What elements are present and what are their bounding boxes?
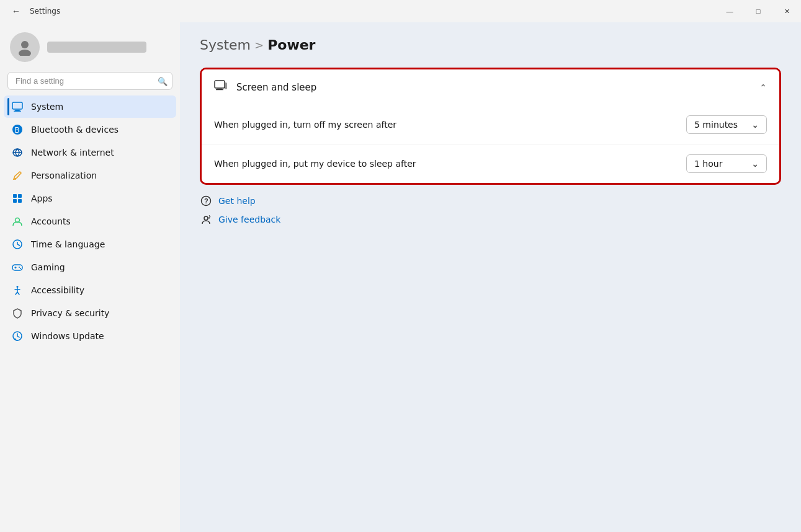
svg-point-29: [204, 216, 208, 220]
sleep-label: When plugged in, put my device to sleep …: [214, 159, 416, 169]
screen-off-dropdown[interactable]: 5 minutes ⌄: [686, 115, 767, 134]
sidebar-item-privacy[interactable]: Privacy & security: [4, 302, 176, 324]
sidebar-label-privacy: Privacy & security: [31, 308, 109, 318]
svg-point-20: [19, 267, 20, 268]
screen-sleep-title: Screen and sleep: [236, 82, 316, 93]
avatar: [10, 32, 40, 62]
sidebar-label-system: System: [31, 102, 63, 112]
sidebar-label-gaming: Gaming: [31, 262, 65, 272]
time-icon: [11, 238, 24, 250]
sidebar-label-accessibility: Accessibility: [31, 285, 84, 295]
gaming-icon: [11, 261, 24, 273]
svg-text:?: ?: [204, 197, 208, 205]
titlebar: ← Settings — □ ✕: [0, 0, 801, 22]
close-button[interactable]: ✕: [772, 0, 801, 22]
back-button[interactable]: ←: [7, 2, 25, 20]
get-help-link[interactable]: ? Get help: [200, 195, 781, 207]
sidebar-item-personalization[interactable]: Personalization: [4, 164, 176, 187]
network-icon: [11, 146, 24, 159]
sidebar-item-network[interactable]: Network & internet: [4, 141, 176, 164]
get-help-label: Get help: [218, 196, 256, 206]
svg-point-22: [17, 286, 19, 288]
sidebar-label-personalization: Personalization: [31, 171, 97, 180]
svg-point-21: [20, 268, 21, 269]
give-feedback-icon: [200, 213, 212, 226]
breadcrumb-parent[interactable]: System: [200, 37, 251, 53]
sidebar-item-gaming[interactable]: Gaming: [4, 256, 176, 278]
sidebar-item-bluetooth[interactable]: B Bluetooth & devices: [4, 118, 176, 141]
accounts-icon: [11, 215, 24, 228]
sidebar-item-time[interactable]: Time & language: [4, 233, 176, 255]
svg-text:B: B: [15, 126, 20, 135]
chevron-up-icon: ⌃: [759, 82, 767, 92]
give-feedback-link[interactable]: Give feedback: [200, 213, 781, 226]
main-content: System > Power Screen and slee: [180, 22, 801, 532]
search-box: 🔍: [7, 72, 172, 90]
sleep-value: 1 hour: [694, 159, 722, 169]
sidebar-label-bluetooth: Bluetooth & devices: [31, 125, 119, 135]
sidebar-item-accessibility[interactable]: Accessibility: [4, 279, 176, 301]
sidebar-label-apps: Apps: [31, 193, 53, 203]
svg-rect-17: [12, 265, 22, 270]
update-icon: [11, 330, 24, 342]
sidebar-item-apps[interactable]: Apps: [4, 187, 176, 210]
search-input[interactable]: [7, 72, 172, 90]
svg-point-0: [21, 41, 29, 48]
svg-rect-2: [12, 102, 22, 109]
bluetooth-icon: B: [11, 123, 24, 136]
get-help-icon: ?: [200, 195, 212, 207]
sidebar-label-time: Time & language: [31, 239, 105, 249]
search-icon: 🔍: [158, 76, 168, 86]
screen-off-row: When plugged in, turn off my screen afte…: [202, 105, 779, 144]
window-controls: — □ ✕: [715, 0, 801, 22]
sidebar-item-system[interactable]: System: [4, 95, 176, 118]
sleep-row: When plugged in, put my device to sleep …: [202, 144, 779, 183]
app-body: 🔍 System B: [0, 22, 801, 532]
breadcrumb-separator: >: [254, 38, 264, 51]
username-placeholder: [47, 42, 146, 53]
maximize-button[interactable]: □: [744, 0, 772, 22]
help-section: ? Get help Give feedback: [200, 195, 781, 226]
svg-rect-12: [18, 199, 22, 203]
breadcrumb: System > Power: [200, 37, 781, 53]
screen-off-label: When plugged in, turn off my screen afte…: [214, 120, 396, 130]
sidebar-label-network: Network & internet: [31, 148, 114, 157]
sidebar-item-accounts[interactable]: Accounts: [4, 210, 176, 233]
user-section: [0, 27, 180, 69]
breadcrumb-current: Power: [267, 37, 315, 53]
personalization-icon: [11, 169, 24, 182]
give-feedback-label: Give feedback: [218, 215, 280, 224]
svg-rect-24: [215, 81, 225, 88]
svg-rect-9: [13, 194, 17, 198]
app-title: Settings: [30, 7, 60, 16]
minimize-button[interactable]: —: [715, 0, 744, 22]
screen-sleep-header[interactable]: Screen and sleep ⌃: [202, 69, 779, 105]
sidebar-label-accounts: Accounts: [31, 216, 71, 226]
sidebar-label-update: Windows Update: [31, 331, 104, 341]
chevron-down-icon: ⌄: [751, 120, 759, 130]
sleep-dropdown[interactable]: 1 hour ⌄: [686, 154, 767, 173]
svg-rect-10: [18, 194, 22, 198]
chevron-down-icon-2: ⌄: [751, 159, 759, 169]
sidebar-item-update[interactable]: Windows Update: [4, 325, 176, 347]
screen-off-value: 5 minutes: [694, 120, 738, 130]
svg-rect-11: [13, 199, 17, 203]
svg-point-1: [19, 50, 31, 56]
svg-line-16: [17, 244, 20, 246]
screen-sleep-icon: [214, 79, 228, 95]
system-icon: [11, 100, 24, 113]
screen-sleep-card: Screen and sleep ⌃ When plugged in, turn…: [200, 68, 781, 185]
privacy-icon: [11, 307, 24, 319]
sidebar-nav: System B Bluetooth & devices: [0, 95, 180, 348]
card-header-left: Screen and sleep: [214, 79, 316, 95]
apps-icon: [11, 192, 24, 205]
accessibility-icon: [11, 284, 24, 296]
svg-rect-4: [14, 111, 21, 112]
sidebar: 🔍 System B: [0, 22, 180, 532]
